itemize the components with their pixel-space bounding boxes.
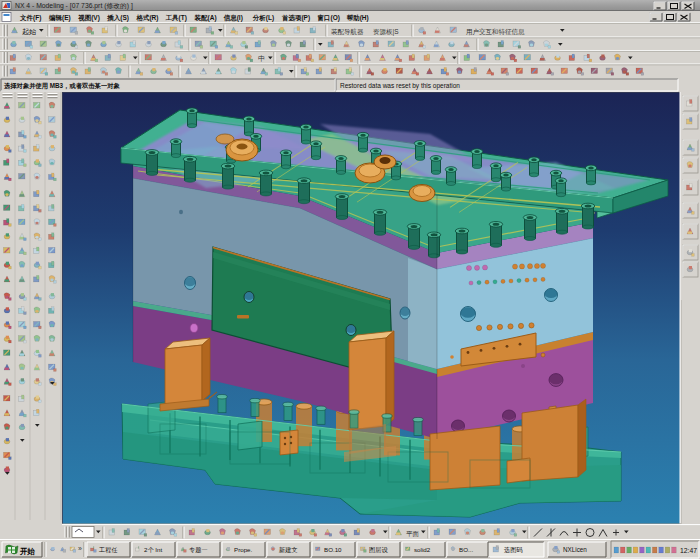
svg-text:平面: 平面 bbox=[406, 530, 420, 537]
svg-text:插入(S): 插入(S) bbox=[106, 14, 129, 22]
svg-text:窗口(O): 窗口(O) bbox=[318, 14, 340, 22]
svg-text:起始: 起始 bbox=[22, 28, 37, 36]
svg-text:视图(V): 视图(V) bbox=[77, 14, 100, 22]
svg-text:12:47: 12:47 bbox=[680, 547, 697, 554]
svg-text:新建文: 新建文 bbox=[278, 546, 298, 554]
svg-text:格式(R): 格式(R) bbox=[135, 14, 158, 22]
svg-text:选图码: 选图码 bbox=[504, 546, 523, 554]
svg-text:2个 Int: 2个 Int bbox=[144, 546, 163, 553]
svg-text:首选项(P): 首选项(P) bbox=[281, 14, 310, 22]
svg-text:NXLicen: NXLicen bbox=[563, 546, 587, 553]
svg-text:Prope.: Prope. bbox=[234, 546, 253, 553]
svg-text:资源板|S: 资源板|S bbox=[373, 28, 399, 36]
svg-text:图层设: 图层设 bbox=[369, 546, 388, 554]
svg-text:文件(F): 文件(F) bbox=[19, 14, 41, 22]
svg-text:中: 中 bbox=[258, 55, 265, 62]
svg-text:BO.10: BO.10 bbox=[324, 546, 342, 553]
svg-text:帮助(H): 帮助(H) bbox=[346, 14, 369, 22]
svg-text:工具(T): 工具(T) bbox=[166, 14, 187, 22]
svg-text:Restored data was reset by thi: Restored data was reset by this operatio… bbox=[340, 82, 460, 90]
svg-text:»: » bbox=[78, 545, 82, 552]
svg-text:分析(L): 分析(L) bbox=[252, 14, 274, 22]
svg-text:专题一: 专题一 bbox=[189, 546, 208, 554]
svg-text:选择对象并使用 MB3，或者双击某一对象: 选择对象并使用 MB3，或者双击某一对象 bbox=[3, 82, 120, 90]
svg-text:装配导航器: 装配导航器 bbox=[331, 28, 364, 36]
svg-text:用户交互和特征信息: 用户交互和特征信息 bbox=[466, 28, 525, 36]
svg-text:BO...: BO... bbox=[459, 546, 473, 553]
svg-text:solid2: solid2 bbox=[414, 546, 431, 553]
svg-text:装配(A): 装配(A) bbox=[194, 14, 217, 22]
svg-text:工程任: 工程任 bbox=[98, 546, 118, 554]
svg-text:编辑(E): 编辑(E) bbox=[48, 14, 71, 22]
svg-text:NX 4 - Modeling - [07 736.prt: NX 4 - Modeling - [07 736.prt (修改的) ] bbox=[15, 2, 133, 10]
svg-text:信息(I): 信息(I) bbox=[223, 14, 243, 22]
svg-text:开始: 开始 bbox=[19, 547, 36, 556]
